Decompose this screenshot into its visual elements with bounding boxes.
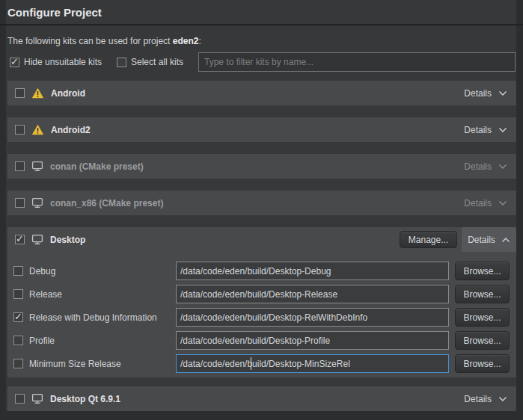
hide-unsuitable-kits-checkbox[interactable] [10, 58, 19, 67]
browse-button[interactable]: Browse... [455, 285, 510, 303]
kit-checkbox[interactable] [15, 198, 25, 208]
details-toggle-expanded[interactable]: Details [462, 227, 516, 252]
config-checkbox[interactable] [13, 336, 23, 345]
config-row-profile: Profile Browse... [7, 331, 516, 350]
select-all-kits-option[interactable]: Select all kits [117, 57, 183, 67]
config-checkbox[interactable] [13, 266, 23, 276]
browse-button[interactable]: Browse... [455, 262, 510, 280]
build-dir-input[interactable] [176, 285, 449, 303]
details-label: Details [464, 198, 492, 209]
details-label: Details [468, 235, 495, 245]
kit-checkbox[interactable] [15, 161, 25, 171]
kit-name: Android2 [51, 125, 91, 135]
kit-row-desktop-qt[interactable]: Desktop Qt 6.9.1 Details [7, 386, 516, 411]
warning-icon [31, 124, 44, 135]
manage-kits-button[interactable]: Manage... [400, 231, 457, 248]
config-row-relwithdebinfo: Release with Debug Information Browse... [7, 308, 516, 327]
details-label: Details [464, 125, 492, 135]
details-label: Details [464, 161, 492, 172]
desktop-icon [31, 197, 43, 209]
chevron-down-icon [498, 396, 507, 402]
browse-button[interactable]: Browse... [455, 308, 510, 327]
intro-prefix: The following kits can be used for proje… [7, 36, 173, 46]
config-row-release: Release Browse... [7, 285, 516, 303]
config-label: Release [29, 289, 62, 300]
hide-unsuitable-kits-option[interactable]: Hide unsuitable kits [10, 57, 102, 67]
project-name: eden2 [173, 36, 199, 46]
kit-checkbox[interactable] [15, 88, 25, 98]
build-dir-input[interactable] [176, 331, 449, 350]
kit-name: Desktop [50, 235, 85, 245]
chevron-down-icon [498, 127, 507, 133]
browse-button[interactable]: Browse... [455, 331, 510, 350]
kit-section-desktop: Desktop Manage... Details Debug Browse..… [7, 227, 516, 377]
intro-text: The following kits can be used for proje… [7, 36, 201, 46]
details-toggle[interactable]: Details [464, 198, 507, 209]
kit-checkbox[interactable] [15, 235, 25, 244]
warning-icon [31, 87, 44, 99]
details-toggle[interactable]: Details [464, 394, 507, 404]
text-cursor [251, 357, 251, 370]
config-label: Minimum Size Release [29, 359, 121, 369]
config-checkbox[interactable] [13, 359, 23, 368]
kit-row-desktop[interactable]: Desktop Manage... Details [7, 227, 516, 252]
kit-name: conan (CMake preset) [50, 161, 144, 172]
select-all-kits-label: Select all kits [131, 57, 183, 67]
select-all-kits-checkbox[interactable] [117, 58, 126, 67]
kit-name: Desktop Qt 6.9.1 [50, 394, 120, 404]
chevron-down-icon [498, 90, 507, 96]
kit-row-conan[interactable]: conan (CMake preset) Details [7, 154, 516, 179]
config-row-minsizerel: Minimum Size Release Browse... [7, 354, 516, 373]
details-label: Details [464, 88, 492, 99]
kit-checkbox[interactable] [15, 394, 25, 404]
config-checkbox[interactable] [13, 289, 23, 299]
browse-button[interactable]: Browse... [455, 354, 510, 373]
intro-suffix: : [198, 36, 201, 46]
desktop-icon [31, 393, 43, 404]
chevron-down-icon [498, 164, 507, 170]
desktop-icon [31, 234, 43, 245]
kit-name: conan_x86 (CMake preset) [50, 198, 163, 209]
kit-name: Android [51, 88, 85, 99]
title-separator [0, 24, 523, 25]
desktop-icon [31, 161, 43, 172]
chevron-up-icon [501, 237, 510, 243]
build-dir-input[interactable] [176, 262, 449, 280]
config-label: Debug [29, 266, 55, 277]
configure-project-panel: Configure Project The following kits can… [6, 0, 516, 411]
config-checkbox[interactable] [13, 312, 23, 322]
kit-row-android[interactable]: Android Details [7, 81, 516, 105]
details-toggle[interactable]: Details [464, 125, 507, 135]
config-label: Release with Debug Information [29, 312, 157, 323]
page-title: Configure Project [7, 6, 102, 19]
details-label: Details [464, 394, 492, 404]
chevron-down-icon [498, 200, 507, 206]
details-toggle[interactable]: Details [464, 88, 507, 99]
build-dir-input[interactable] [176, 308, 449, 327]
kit-filter-input[interactable] [198, 52, 516, 72]
config-row-debug: Debug Browse... [7, 262, 516, 280]
config-label: Profile [29, 336, 55, 346]
build-dir-input-focused[interactable] [176, 354, 449, 373]
details-toggle[interactable]: Details [464, 161, 507, 172]
kit-checkbox[interactable] [15, 125, 25, 135]
kit-row-android2[interactable]: Android2 Details [7, 117, 516, 142]
kit-row-conan-x86[interactable]: conan_x86 (CMake preset) Details [7, 191, 516, 215]
hide-unsuitable-kits-label: Hide unsuitable kits [24, 57, 102, 67]
